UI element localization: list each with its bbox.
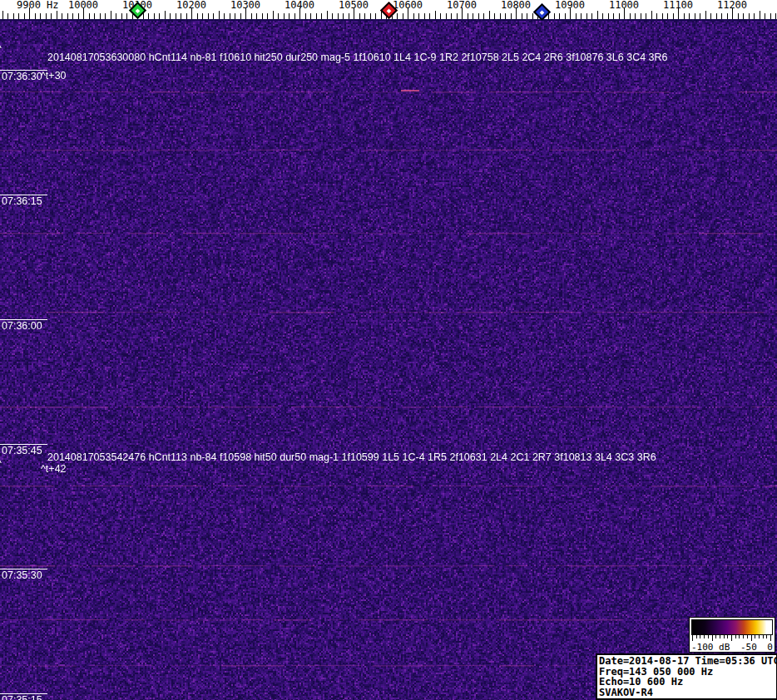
ruler-tick bbox=[468, 13, 468, 19]
ruler-tick bbox=[46, 13, 47, 19]
ruler-tick bbox=[89, 13, 90, 19]
db-scale-tick bbox=[720, 635, 720, 638]
ruler-freq-label: 9900 Hz bbox=[17, 0, 59, 11]
ruler-tick bbox=[473, 13, 473, 19]
ruler-tick bbox=[349, 13, 349, 19]
ruler-tick bbox=[375, 13, 376, 19]
ruler-tick bbox=[418, 13, 419, 19]
db-label-max: 0 bbox=[767, 642, 773, 653]
ruler-tick bbox=[359, 13, 360, 19]
ruler-tick bbox=[100, 13, 101, 19]
ruler-freq-label: 10400 bbox=[285, 0, 314, 11]
ruler-tick bbox=[770, 13, 771, 19]
ruler-tick bbox=[586, 13, 587, 19]
ruler-tick bbox=[662, 13, 663, 19]
ruler-tick bbox=[327, 11, 328, 19]
ruler-tick bbox=[72, 13, 73, 19]
ruler-tick bbox=[370, 13, 371, 19]
ruler-tick bbox=[176, 13, 176, 19]
ruler-tick bbox=[435, 11, 436, 19]
ruler-tick bbox=[754, 13, 755, 19]
db-scale-tick bbox=[731, 635, 732, 641]
time-axis-label: 07:36:15 bbox=[2, 196, 42, 207]
event-2-time-offset: ^t+42 bbox=[41, 464, 67, 475]
ruler-tick bbox=[559, 13, 560, 19]
ruler-tick bbox=[284, 13, 285, 19]
ruler-tick bbox=[273, 11, 274, 19]
ruler-tick bbox=[532, 13, 533, 19]
ruler-tick bbox=[62, 13, 62, 19]
ruler-tick bbox=[656, 13, 657, 19]
ruler-tick bbox=[651, 11, 652, 19]
db-scale-tick bbox=[759, 635, 760, 638]
ruler-tick bbox=[721, 13, 722, 19]
ruler-tick bbox=[597, 11, 598, 19]
ruler-tick bbox=[695, 13, 695, 19]
ruler-tick bbox=[267, 13, 268, 19]
ruler-tick bbox=[213, 13, 214, 19]
ruler-tick bbox=[641, 13, 641, 19]
ruler-tick bbox=[202, 13, 203, 19]
ruler-tick bbox=[94, 13, 95, 19]
ruler-tick bbox=[630, 13, 631, 19]
ruler-tick bbox=[700, 13, 700, 19]
ruler-tick bbox=[2, 11, 3, 19]
info-date-time: Date=2014-08-17 Time=05:36 UTC bbox=[599, 656, 775, 667]
ruler-tick bbox=[256, 13, 257, 19]
ruler-tick bbox=[105, 13, 106, 19]
ruler-freq-label: 10000 bbox=[68, 0, 98, 11]
spectrogram-app-window: 9900 Hz100001010010200103001040010500106… bbox=[0, 0, 777, 700]
ruler-tick bbox=[67, 13, 68, 19]
ruler-tick bbox=[143, 13, 144, 19]
db-scale-tick bbox=[735, 635, 736, 638]
ruler-tick bbox=[743, 13, 744, 19]
ruler-tick bbox=[181, 13, 181, 19]
ruler-tick bbox=[403, 13, 403, 19]
ruler-tick bbox=[289, 13, 290, 19]
time-axis-label: 07:35:45 bbox=[2, 446, 42, 456]
ruler-freq-label: 10200 bbox=[176, 0, 206, 11]
info-station: SVAKOV-R4 bbox=[599, 688, 775, 698]
ruler-tick bbox=[602, 13, 603, 19]
event-line-2: 20140817053542476 hCnt113 nb-84 f10598 h… bbox=[47, 452, 656, 463]
spectrogram-waterfall[interactable] bbox=[0, 19, 777, 700]
ruler-tick bbox=[738, 13, 739, 19]
ruler-tick bbox=[159, 13, 160, 19]
ruler-tick bbox=[219, 11, 220, 19]
db-scale-tick bbox=[751, 635, 752, 641]
time-axis-label: 07:36:30 bbox=[2, 71, 42, 82]
ruler-tick bbox=[527, 13, 527, 19]
ruler-tick bbox=[689, 13, 690, 19]
ruler-tick bbox=[121, 13, 122, 19]
db-scale-tick bbox=[700, 635, 700, 638]
ruler-tick bbox=[565, 13, 566, 19]
ruler-freq-label: 10900 bbox=[555, 0, 585, 11]
ruler-tick bbox=[208, 13, 209, 19]
ruler-freq-label: 10300 bbox=[230, 0, 260, 11]
ruler-tick bbox=[494, 13, 495, 19]
ruler-tick bbox=[13, 13, 14, 19]
ruler-tick bbox=[343, 13, 344, 19]
db-scale-labels: -100 dB -50 0 bbox=[691, 642, 773, 653]
ruler-tick bbox=[310, 13, 311, 19]
ruler-tick bbox=[165, 11, 166, 19]
ruler-tick bbox=[364, 13, 365, 19]
ruler-tick bbox=[197, 13, 198, 19]
ruler-tick bbox=[126, 13, 127, 19]
db-scale-tick bbox=[704, 635, 705, 638]
ruler-tick bbox=[673, 13, 674, 19]
ruler-tick bbox=[116, 13, 116, 19]
ruler-tick bbox=[478, 13, 479, 19]
ruler-tick bbox=[321, 13, 322, 19]
ruler-tick bbox=[775, 13, 776, 19]
ruler-tick bbox=[446, 13, 447, 19]
time-axis-label: 07:35:30 bbox=[2, 570, 42, 581]
db-scale-tick bbox=[708, 635, 709, 638]
ruler-tick bbox=[305, 13, 306, 19]
ruler-tick bbox=[684, 13, 685, 19]
frequency-ruler[interactable]: 9900 Hz100001010010200103001040010500106… bbox=[0, 0, 777, 19]
ruler-tick bbox=[451, 13, 452, 19]
ruler-tick bbox=[727, 13, 728, 19]
ruler-tick bbox=[397, 13, 398, 19]
ruler-freq-label: 11200 bbox=[717, 0, 747, 11]
